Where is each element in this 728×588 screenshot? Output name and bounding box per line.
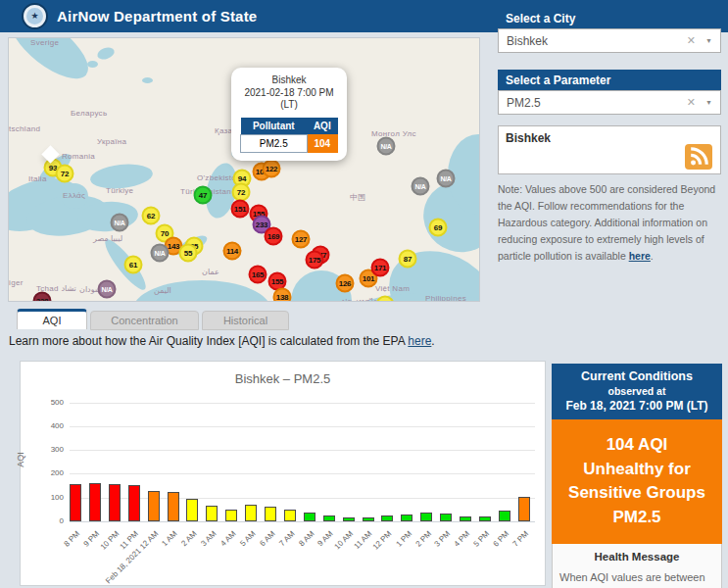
water-shape [142, 77, 153, 83]
map-country-label: عمان [202, 268, 219, 276]
aqi-marker[interactable]: 138 [273, 288, 292, 303]
chart-bar[interactable] [109, 484, 121, 521]
chart-x-tick: 2 AM [180, 529, 199, 548]
map-country-label: Việt Nam [375, 284, 410, 293]
chart-bar[interactable] [499, 511, 510, 521]
chart-bar[interactable] [128, 485, 140, 521]
chart-bar[interactable] [186, 499, 198, 521]
aqi-marker[interactable]: 61 [124, 256, 143, 274]
chart-bar[interactable] [225, 510, 237, 521]
map-country-label: اليمن [154, 286, 171, 295]
aqi-marker-na[interactable]: N/A [151, 244, 170, 263]
eagle-icon: ★ [26, 8, 43, 24]
select-parameter-header: Select a Parameter [498, 70, 721, 90]
chart-bar[interactable] [420, 513, 432, 521]
aqi-marker[interactable]: 165 [249, 266, 267, 284]
aqi-bar-chart: Bishkek – PM2.5 AQI 01002003004005008 PM… [20, 361, 546, 586]
map-country-label: ليبيا [111, 234, 122, 243]
aqi-marker[interactable]: 127 [292, 230, 311, 249]
current-conditions-title: Current Conditions [556, 369, 718, 383]
chart-bar[interactable] [440, 514, 452, 521]
chart-bar[interactable] [323, 515, 335, 521]
tab-historical[interactable]: Historical [202, 311, 289, 330]
chart-bar[interactable] [245, 505, 257, 521]
chart-bar[interactable] [284, 510, 296, 521]
chart-bar[interactable] [518, 497, 530, 521]
aqi-marker[interactable]: 69 [429, 219, 448, 237]
tab-concentration[interactable]: Concentration [90, 311, 199, 330]
city-select[interactable]: Bishkek ✕ ▼ [498, 28, 721, 53]
map-country-label: Philippines [425, 294, 466, 302]
map-country-label: tschland [9, 124, 40, 133]
aqi-map[interactable]: SverigeБеларусьtschlandУкраїнаRomaniaIta… [8, 37, 480, 302]
chart-bar[interactable] [343, 517, 355, 521]
tab-aqi[interactable]: AQI [17, 309, 87, 329]
observed-datetime: Feb 18, 2021 7:00 PM (LT) [556, 399, 718, 413]
health-message-block: Health Message When AQI values are betwe… [552, 544, 722, 588]
popup-aqi-value: 104 [307, 134, 337, 152]
aqi-marker[interactable]: 151 [231, 200, 250, 219]
chart-bar[interactable] [206, 506, 218, 521]
airnow-page: ★ AirNow Department of State SverigeБела… [0, 0, 728, 588]
chart-bar[interactable] [479, 516, 491, 521]
chart-y-tick: 0 [21, 516, 64, 525]
aqi-marker[interactable]: 114 [223, 242, 242, 261]
aqi-marker[interactable]: 122 [263, 160, 281, 178]
chart-bar[interactable] [148, 491, 160, 521]
chart-x-tick: 11 AM [353, 529, 374, 551]
aqi-marker[interactable]: 328 [33, 292, 52, 303]
chart-x-tick: 5 PM [472, 529, 492, 549]
observed-at-label: observed at [556, 385, 718, 397]
map-country-label: مصر [93, 234, 109, 243]
parameter-select-value: PM2.5 [507, 96, 687, 110]
chart-x-tick: 12 PM [371, 529, 394, 552]
chart-y-tick: 400 [21, 421, 64, 430]
chevron-down-icon[interactable]: ▼ [705, 37, 712, 44]
aqi-marker-na[interactable]: N/A [412, 177, 430, 196]
aqi-marker-na[interactable]: N/A [111, 214, 129, 232]
map-country-label: Niger [8, 278, 24, 287]
map-popup[interactable]: Bishkek 2021-02-18 7:00 PM (LT) Pollutan… [231, 68, 347, 161]
chart-x-tick: 6 AM [258, 529, 276, 548]
chevron-down-icon[interactable]: ▼ [705, 99, 712, 106]
parameter-select[interactable]: PM2.5 ✕ ▼ [498, 90, 721, 115]
map-country-label: Italia [28, 174, 47, 183]
aqi-marker-na[interactable]: N/A [437, 170, 456, 188]
chart-bar[interactable] [401, 514, 413, 521]
chart-bar[interactable] [363, 517, 374, 521]
aqi-marker[interactable]: 175 [306, 251, 324, 270]
chart-bar[interactable] [460, 516, 471, 521]
page-title: AirNow Department of State [57, 8, 257, 24]
aqi-marker[interactable]: 126 [336, 274, 355, 293]
aqi-marker[interactable]: 47 [194, 186, 213, 205]
clear-parameter-icon[interactable]: ✕ [687, 96, 696, 109]
chart-x-tick: 6 PM [492, 529, 511, 549]
chart-bar[interactable] [304, 513, 315, 521]
aqi-marker[interactable]: 169 [265, 227, 283, 246]
aqi-marker-na[interactable]: N/A [377, 137, 396, 156]
city-select-value: Bishkek [507, 34, 687, 48]
aqi-marker[interactable]: 171 [371, 259, 390, 277]
chart-x-tick: 4 AM [218, 529, 237, 548]
aqi-marker[interactable]: 87 [399, 250, 417, 269]
aqi-marker-na[interactable]: N/A [98, 280, 117, 299]
chart-x-tick: 8 PM [63, 529, 82, 549]
chart-x-tick: 1 AM [161, 529, 179, 548]
chart-bar[interactable] [265, 507, 276, 521]
popup-pollutant-value: PM2.5 [241, 134, 308, 152]
rss-icon[interactable] [685, 144, 712, 170]
chart-bar[interactable] [70, 484, 81, 521]
chart-bar[interactable] [381, 515, 393, 521]
chart-bar[interactable] [89, 483, 101, 521]
aqi-marker[interactable]: 62 [142, 207, 161, 225]
chart-bar[interactable] [168, 492, 179, 521]
map-country-label: Україна [97, 137, 126, 146]
epa-learn-more-link[interactable]: here [408, 334, 431, 348]
note-here-link[interactable]: here [629, 250, 651, 262]
aqi-marker[interactable]: 72 [56, 165, 74, 183]
current-aqi-block: 104 AQI Unhealthy for Sensitive Groups P… [552, 419, 722, 544]
aqi-marker[interactable]: 55 [179, 244, 198, 263]
popup-city: Bishkek [237, 74, 341, 87]
current-aqi-value: 104 AQI [558, 433, 716, 458]
clear-city-icon[interactable]: ✕ [687, 34, 696, 47]
